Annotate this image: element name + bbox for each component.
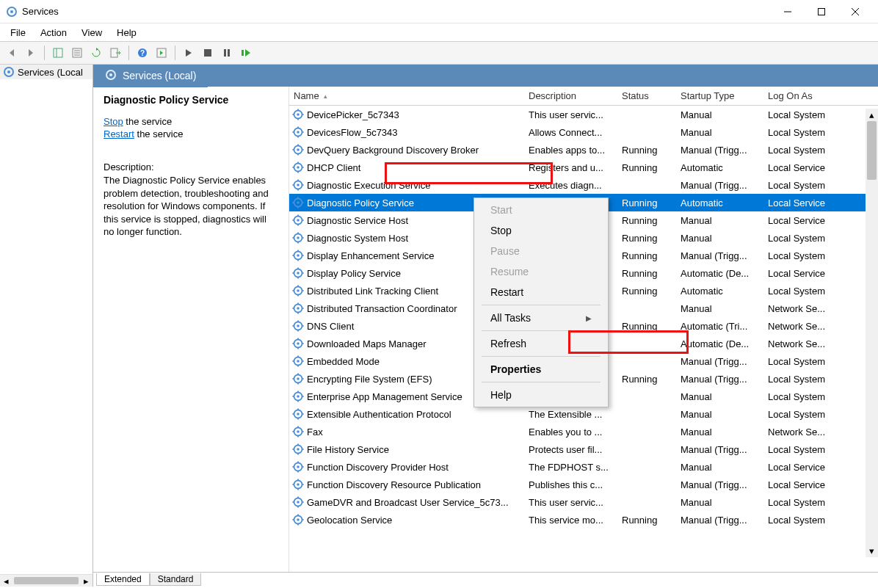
scroll-thumb[interactable] <box>867 121 877 180</box>
service-status: Running <box>616 372 675 386</box>
scroll-thumb[interactable] <box>14 577 79 584</box>
service-row[interactable]: DevQuery Background Discovery BrokerEnab… <box>289 141 878 159</box>
vertical-scrollbar[interactable]: ▴ ▾ <box>866 109 878 557</box>
description-label: Description: <box>104 161 278 173</box>
tab-extended[interactable]: Extended <box>96 573 150 586</box>
restart-link[interactable]: Restart <box>104 128 134 139</box>
horizontal-scrollbar[interactable]: ◂ ▸ <box>0 574 92 587</box>
gear-icon <box>292 197 304 208</box>
ctx-all-tasks[interactable]: All Tasks▶ <box>476 308 606 328</box>
help-button[interactable]: ? <box>134 44 151 62</box>
service-row[interactable]: Diagnostic Execution ServiceExecutes dia… <box>289 176 878 194</box>
header-name[interactable]: Name▴ <box>289 87 523 104</box>
service-status: Running <box>616 249 675 263</box>
refresh-button[interactable] <box>87 44 105 62</box>
svg-point-151 <box>297 483 300 486</box>
service-row[interactable]: Function Discovery Provider HostThe FDPH… <box>289 458 878 476</box>
action-pane-button[interactable] <box>153 44 170 62</box>
panel-tab[interactable]: Services (Local) <box>93 65 208 87</box>
scroll-up-icon[interactable]: ▴ <box>866 109 878 121</box>
tree-root[interactable]: Services (Local <box>0 65 92 79</box>
service-name: DevicePicker_5c7343 <box>307 109 399 120</box>
app-icon <box>6 6 18 18</box>
menu-view[interactable]: View <box>74 25 109 40</box>
service-row[interactable]: Geolocation ServiceThis service mo...Run… <box>289 511 878 529</box>
service-row[interactable]: DHCP ClientRegisters and u...RunningAuto… <box>289 159 878 176</box>
pause-service-button[interactable] <box>218 44 236 62</box>
restart-service-button[interactable] <box>237 44 255 62</box>
stop-suffix: the service <box>123 116 172 127</box>
forward-button[interactable] <box>22 44 40 62</box>
gear-icon <box>292 320 304 332</box>
service-startup: Manual <box>675 126 762 139</box>
scroll-down-icon[interactable]: ▾ <box>866 545 878 557</box>
service-logon: Local Service <box>762 196 839 210</box>
ctx-properties[interactable]: Properties <box>476 359 606 380</box>
svg-point-25 <box>297 113 300 116</box>
svg-rect-16 <box>204 49 211 57</box>
detail-pane: Diagnostic Policy Service Stop the servi… <box>93 87 289 572</box>
export-button[interactable] <box>106 44 124 62</box>
ctx-refresh[interactable]: Refresh <box>476 333 606 354</box>
service-row[interactable]: DevicePicker_5c7343This user servic...Ma… <box>289 106 878 123</box>
header-status[interactable]: Status <box>616 87 675 104</box>
show-hide-tree-button[interactable] <box>49 44 67 62</box>
restart-suffix: the service <box>134 128 183 139</box>
service-row[interactable]: Extensible Authentication ProtocolThe Ex… <box>289 405 878 423</box>
scroll-left-icon[interactable]: ◂ <box>0 575 12 587</box>
gear-icon <box>292 426 304 438</box>
service-logon: Local System <box>762 443 839 457</box>
service-description: Executes diagn... <box>523 178 616 192</box>
scroll-right-icon[interactable]: ▸ <box>80 575 92 587</box>
service-name: Display Policy Service <box>307 268 401 279</box>
service-logon: Local System <box>762 108 839 122</box>
header-description[interactable]: Description <box>523 87 616 104</box>
close-button[interactable] <box>838 1 872 23</box>
menu-file[interactable]: File <box>3 25 33 40</box>
header-startup[interactable]: Startup Type <box>675 87 762 104</box>
gear-icon <box>292 496 304 508</box>
svg-rect-19 <box>242 50 244 56</box>
service-row[interactable]: DevicesFlow_5c7343Allows Connect...Manua… <box>289 123 878 141</box>
start-service-button[interactable] <box>180 44 197 62</box>
ctx-stop[interactable]: Stop <box>476 220 606 241</box>
service-startup: Automatic (Tri... <box>675 319 762 333</box>
back-button[interactable] <box>3 44 21 62</box>
gear-icon <box>292 179 304 191</box>
service-row[interactable]: Function Discovery Resource PublicationP… <box>289 476 878 493</box>
service-startup: Manual <box>675 390 762 404</box>
service-startup: Manual (Trigg... <box>675 143 762 157</box>
svg-point-121 <box>297 395 300 398</box>
header-logon[interactable]: Log On As <box>762 87 839 104</box>
svg-point-103 <box>297 342 300 345</box>
stop-link[interactable]: Stop <box>104 116 123 127</box>
service-row[interactable]: GameDVR and Broadcast User Service_5c73.… <box>289 493 878 511</box>
maximize-button[interactable] <box>805 1 838 23</box>
service-status: Running <box>616 284 675 298</box>
svg-point-61 <box>297 219 300 222</box>
stop-service-button[interactable] <box>199 44 217 62</box>
service-status: Running <box>616 231 675 245</box>
service-description: This service mo... <box>523 513 616 527</box>
svg-point-157 <box>297 501 300 504</box>
service-status: Running <box>616 143 675 157</box>
detail-title: Diagnostic Policy Service <box>104 94 278 106</box>
gear-icon <box>292 214 304 226</box>
minimize-button[interactable] <box>771 1 805 23</box>
panel-tab-header: Services (Local) <box>93 65 878 87</box>
service-logon: Local System <box>762 126 839 139</box>
menu-help[interactable]: Help <box>109 25 144 40</box>
svg-point-85 <box>297 289 300 292</box>
svg-rect-3 <box>819 8 825 15</box>
service-name: DevQuery Background Discovery Broker <box>307 145 479 156</box>
ctx-start: Start <box>476 200 606 220</box>
properties-button[interactable] <box>68 44 86 62</box>
ctx-help[interactable]: Help <box>476 385 606 405</box>
service-row[interactable]: File History ServiceProtects user fil...… <box>289 440 878 458</box>
tab-standard[interactable]: Standard <box>150 573 202 586</box>
gear-icon <box>292 443 304 455</box>
ctx-restart[interactable]: Restart <box>476 282 606 302</box>
menu-action[interactable]: Action <box>33 25 74 40</box>
service-row[interactable]: FaxEnables you to ...ManualNetwork Se... <box>289 423 878 440</box>
gear-icon <box>292 338 304 349</box>
